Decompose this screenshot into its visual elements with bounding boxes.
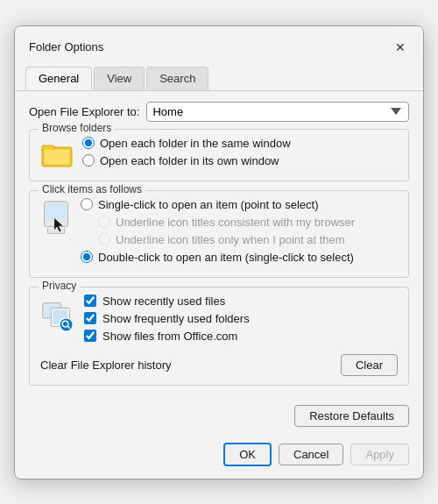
- footer-buttons: OK Cancel Apply: [15, 434, 423, 479]
- privacy-checkboxes: Show recently used files Show frequently…: [84, 295, 398, 347]
- svg-rect-2: [44, 149, 70, 165]
- browse-folders-label: Browse folders: [39, 122, 115, 134]
- folder-icon: [40, 140, 74, 168]
- single-click-option[interactable]: Single-click to open an item (point to s…: [81, 198, 398, 211]
- open-explorer-row: Open File Explorer to: Home This PC Quic…: [29, 102, 409, 122]
- browse-own-window-option[interactable]: Open each folder in its own window: [82, 154, 291, 167]
- restore-defaults-button[interactable]: Restore Defaults: [294, 405, 409, 427]
- double-click-option[interactable]: Double-click to open an item (single-cli…: [81, 251, 398, 264]
- folder-icon-container: [40, 140, 74, 171]
- open-explorer-label: Open File Explorer to:: [29, 105, 139, 118]
- title-bar: Folder Options ✕: [15, 26, 423, 60]
- office-files-label: Show files from Office.com: [102, 330, 237, 343]
- browse-same-window-label: Open each folder in the same window: [100, 137, 291, 150]
- privacy-group-label: Privacy: [39, 280, 80, 292]
- dialog-title: Folder Options: [29, 40, 103, 53]
- click-items-content: Single-click to open an item (point to s…: [40, 198, 398, 268]
- clear-button[interactable]: Clear: [341, 354, 398, 376]
- browse-same-window-option[interactable]: Open each folder in the same window: [82, 137, 291, 150]
- double-click-label: Double-click to open an item (single-cli…: [98, 251, 354, 264]
- underline-point-option[interactable]: Underline icon titles only when I point …: [98, 233, 398, 246]
- browse-own-window-radio[interactable]: [82, 154, 95, 167]
- double-click-radio[interactable]: [81, 251, 93, 263]
- office-files-checkbox[interactable]: [84, 330, 96, 342]
- browse-folders-content: Open each folder in the same window Open…: [40, 137, 398, 172]
- click-items-group: Click items as follows Single-click to o…: [29, 190, 409, 278]
- ok-button[interactable]: OK: [223, 443, 272, 466]
- svg-point-10: [60, 317, 73, 330]
- privacy-group: Privacy: [29, 287, 409, 386]
- cancel-button[interactable]: Cancel: [279, 444, 343, 465]
- privacy-icon: [40, 296, 75, 335]
- underline-browser-label: Underline icon titles consistent with my…: [116, 216, 355, 229]
- browse-same-window-radio[interactable]: [82, 137, 95, 149]
- open-explorer-dropdown[interactable]: Home This PC Quick Access: [146, 102, 409, 122]
- click-options: Single-click to open an item (point to s…: [81, 198, 398, 268]
- click-items-label: Click items as follows: [39, 183, 145, 195]
- single-click-radio[interactable]: [81, 198, 93, 210]
- recently-used-label: Show recently used files: [102, 295, 225, 308]
- content-area: Open File Explorer to: Home This PC Quic…: [15, 90, 423, 405]
- recently-used-row[interactable]: Show recently used files: [84, 295, 398, 308]
- frequently-used-checkbox[interactable]: [84, 312, 96, 324]
- privacy-content: Show recently used files Show frequently…: [40, 295, 398, 347]
- privacy-icon-container: [40, 295, 75, 337]
- underline-point-label: Underline icon titles only when I point …: [116, 233, 345, 246]
- underline-browser-radio[interactable]: [98, 216, 110, 228]
- clear-history-row: Clear File Explorer history Clear: [40, 354, 398, 376]
- single-click-sub-options: Underline icon titles consistent with my…: [98, 216, 398, 246]
- browse-folders-group: Browse folders Open each folder in the s…: [29, 129, 409, 181]
- clear-history-label: Clear File Explorer history: [40, 358, 172, 372]
- cursor-icon-container: [40, 198, 72, 241]
- underline-point-radio[interactable]: [98, 233, 110, 245]
- tab-search[interactable]: Search: [146, 67, 208, 90]
- restore-defaults-row: Restore Defaults: [15, 405, 423, 434]
- recently-used-checkbox[interactable]: [84, 295, 96, 307]
- close-button[interactable]: ✕: [388, 35, 413, 60]
- frequently-used-row[interactable]: Show frequently used folders: [84, 312, 398, 325]
- tab-view[interactable]: View: [94, 67, 145, 90]
- apply-button[interactable]: Apply: [350, 444, 409, 465]
- tab-general[interactable]: General: [25, 67, 92, 90]
- frequently-used-label: Show frequently used folders: [102, 312, 250, 325]
- underline-browser-option[interactable]: Underline icon titles consistent with my…: [98, 216, 398, 229]
- office-files-row[interactable]: Show files from Office.com: [84, 330, 398, 343]
- tab-bar: General View Search: [15, 60, 423, 90]
- svg-rect-4: [46, 202, 67, 219]
- single-click-label: Single-click to open an item (point to s…: [98, 198, 318, 211]
- hand-cursor-icon: [40, 200, 72, 238]
- folder-options-dialog: Folder Options ✕ General View Search Ope…: [14, 25, 424, 479]
- browse-own-window-label: Open each folder in its own window: [100, 154, 279, 167]
- browse-folders-options: Open each folder in the same window Open…: [82, 137, 291, 172]
